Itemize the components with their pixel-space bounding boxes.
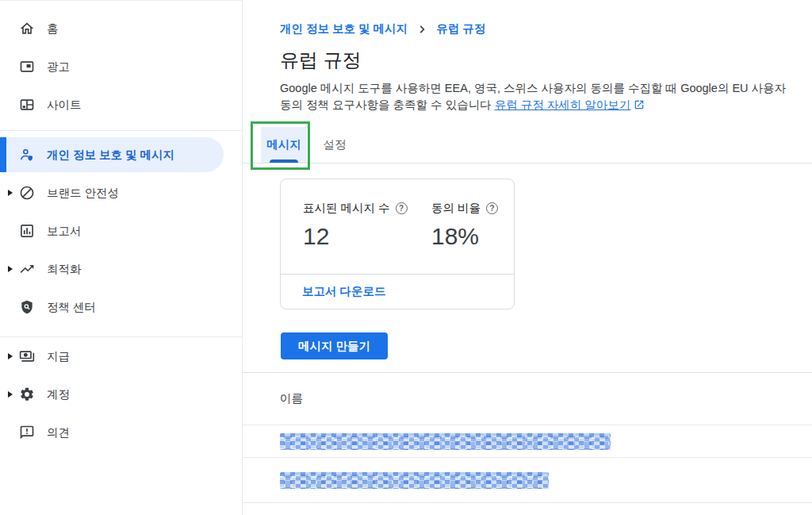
brand-safety-icon bbox=[19, 185, 35, 201]
stats-row: 표시된 메시지 수 ? 12 동의 비율 ? 18% bbox=[281, 179, 514, 274]
sidebar-item-brand-safety[interactable]: 브랜드 안전성 bbox=[0, 174, 242, 212]
help-icon[interactable]: ? bbox=[486, 202, 498, 214]
stat-consent-rate: 동의 비율 ? 18% bbox=[431, 201, 498, 274]
stat-messages-shown: 표시된 메시지 수 ? 12 bbox=[303, 201, 431, 274]
expand-arrow-icon[interactable] bbox=[8, 266, 13, 272]
sidebar-item-ads[interactable]: 광고 bbox=[0, 48, 242, 86]
tab-settings[interactable]: 설정 bbox=[312, 127, 358, 163]
page-description: Google 메시지 도구를 사용하면 EEA, 영국, 스위스 사용자의 동의… bbox=[280, 80, 793, 115]
expand-arrow-icon[interactable] bbox=[8, 353, 13, 359]
optimization-icon bbox=[19, 261, 35, 277]
tab-bar: 메시지 설정 bbox=[243, 127, 812, 163]
stat-label-row: 표시된 메시지 수 ? bbox=[303, 201, 431, 216]
sidebar-item-label: 정책 센터 bbox=[47, 300, 96, 315]
sidebar-item-label: 브랜드 안전성 bbox=[47, 186, 119, 201]
redacted-message-name[interactable] bbox=[280, 472, 549, 489]
tab-active-indicator bbox=[270, 159, 298, 163]
chevron-right-icon bbox=[416, 24, 427, 35]
open-in-new-icon[interactable] bbox=[634, 98, 645, 115]
sidebar-item-label: 지급 bbox=[47, 349, 70, 364]
sidebar-item-optimization[interactable]: 최적화 bbox=[0, 250, 242, 288]
breadcrumb-current-link[interactable]: 유럽 규정 bbox=[436, 21, 485, 37]
sidebar-item-feedback[interactable]: 의견 bbox=[0, 413, 242, 452]
expand-arrow-icon[interactable] bbox=[8, 190, 13, 196]
main-content: 개인 정보 보호 및 메시지 유럽 규정 유럽 규정 Google 메시지 도구… bbox=[243, 0, 812, 515]
privacy-messaging-icon bbox=[19, 147, 35, 163]
stat-value: 12 bbox=[303, 223, 431, 250]
breadcrumb-parent-link[interactable]: 개인 정보 보호 및 메시지 bbox=[280, 21, 408, 37]
table-row[interactable] bbox=[243, 425, 812, 458]
stat-label: 동의 비율 bbox=[431, 201, 481, 216]
home-icon bbox=[19, 21, 35, 37]
payments-icon bbox=[19, 348, 35, 364]
app-window: 홈 광고 사이트 개인 정보 보호 및 메시지 브랜드 bbox=[0, 0, 812, 515]
tab-label: 설정 bbox=[324, 137, 347, 152]
sidebar-item-label: 개인 정보 보호 및 메시지 bbox=[47, 148, 174, 163]
sidebar-item-account[interactable]: 계정 bbox=[0, 375, 242, 413]
stat-label-row: 동의 비율 ? bbox=[431, 201, 498, 216]
sites-icon bbox=[19, 97, 35, 113]
name-column-header: 이름 bbox=[280, 391, 303, 406]
sidebar-item-label: 광고 bbox=[47, 60, 70, 75]
create-message-button[interactable]: 메시지 만들기 bbox=[281, 332, 388, 359]
card-footer: 보고서 다운로드 bbox=[281, 275, 514, 309]
feedback-icon bbox=[19, 425, 35, 440]
sidebar-item-label: 홈 bbox=[47, 21, 59, 37]
sidebar-divider bbox=[0, 130, 242, 131]
stat-label: 표시된 메시지 수 bbox=[303, 201, 390, 216]
sidebar-item-label: 사이트 bbox=[47, 98, 82, 113]
reports-icon bbox=[19, 223, 35, 239]
breadcrumb: 개인 정보 보호 및 메시지 유럽 규정 bbox=[280, 21, 812, 37]
sidebar-item-reports[interactable]: 보고서 bbox=[0, 212, 242, 250]
sidebar-item-policy-center[interactable]: 정책 센터 bbox=[0, 288, 242, 326]
sidebar: 홈 광고 사이트 개인 정보 보호 및 메시지 브랜드 bbox=[0, 0, 243, 515]
sidebar-item-home[interactable]: 홈 bbox=[0, 10, 242, 48]
sidebar-item-label: 보고서 bbox=[47, 224, 82, 239]
sidebar-item-privacy-messaging[interactable]: 개인 정보 보호 및 메시지 bbox=[0, 137, 224, 172]
redacted-message-name[interactable] bbox=[280, 433, 611, 450]
sidebar-item-label: 계정 bbox=[47, 387, 70, 402]
page-title: 유럽 규정 bbox=[280, 48, 812, 73]
settings-gear-icon bbox=[19, 386, 35, 402]
ads-icon bbox=[19, 59, 35, 75]
download-report-link[interactable]: 보고서 다운로드 bbox=[302, 284, 386, 299]
sidebar-item-label: 의견 bbox=[47, 425, 70, 440]
policy-center-icon bbox=[19, 299, 35, 315]
tab-messages[interactable]: 메시지 bbox=[261, 127, 307, 163]
table-header-row: 이름 bbox=[243, 373, 812, 425]
sidebar-item-payments[interactable]: 지급 bbox=[0, 337, 242, 375]
stats-card: 표시된 메시지 수 ? 12 동의 비율 ? 18% 보고서 다운로드 bbox=[280, 179, 515, 309]
tab-label: 메시지 bbox=[266, 137, 301, 152]
expand-arrow-icon[interactable] bbox=[8, 391, 13, 398]
table-row[interactable] bbox=[243, 458, 812, 503]
sidebar-item-label: 최적화 bbox=[47, 262, 82, 277]
sidebar-item-sites[interactable]: 사이트 bbox=[0, 86, 242, 124]
stat-value: 18% bbox=[431, 223, 498, 250]
learn-more-link[interactable]: 유럽 규정 자세히 알아보기 bbox=[495, 98, 631, 111]
help-icon[interactable]: ? bbox=[396, 202, 408, 214]
